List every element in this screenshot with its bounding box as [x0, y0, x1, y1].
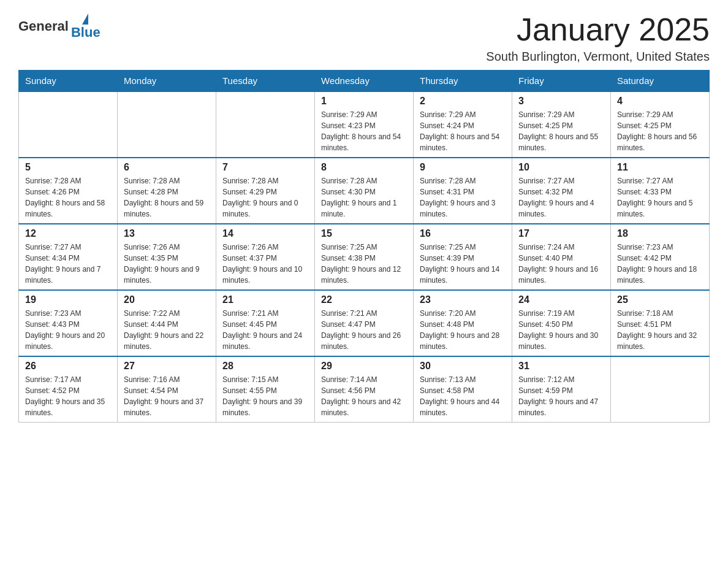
day-info: Sunrise: 7:17 AMSunset: 4:52 PMDaylight:…: [25, 374, 111, 418]
day-cell: 4Sunrise: 7:29 AMSunset: 4:25 PMDaylight…: [611, 91, 710, 158]
day-cell: 8Sunrise: 7:28 AMSunset: 4:30 PMDaylight…: [315, 158, 414, 224]
day-info: Sunrise: 7:28 AMSunset: 4:29 PMDaylight:…: [222, 175, 308, 220]
day-number: 23: [420, 294, 506, 305]
day-info: Sunrise: 7:26 AMSunset: 4:37 PMDaylight:…: [222, 242, 308, 286]
day-cell: [118, 91, 216, 158]
day-cell: 13Sunrise: 7:26 AMSunset: 4:35 PMDayligh…: [118, 224, 216, 290]
day-info: Sunrise: 7:20 AMSunset: 4:48 PMDaylight:…: [420, 308, 506, 352]
day-info: Sunrise: 7:27 AMSunset: 4:32 PMDaylight:…: [518, 175, 604, 220]
day-number: 12: [25, 228, 111, 239]
day-info: Sunrise: 7:18 AMSunset: 4:51 PMDaylight:…: [617, 308, 703, 352]
day-cell: [19, 91, 118, 158]
day-info: Sunrise: 7:29 AMSunset: 4:25 PMDaylight:…: [518, 109, 604, 153]
day-cell: 7Sunrise: 7:28 AMSunset: 4:29 PMDaylight…: [216, 158, 315, 224]
week-row: 19Sunrise: 7:23 AMSunset: 4:43 PMDayligh…: [19, 290, 710, 356]
day-info: Sunrise: 7:28 AMSunset: 4:28 PMDaylight:…: [124, 175, 210, 220]
day-number: 8: [321, 162, 407, 173]
day-cell: 23Sunrise: 7:20 AMSunset: 4:48 PMDayligh…: [414, 290, 512, 356]
day-cell: 22Sunrise: 7:21 AMSunset: 4:47 PMDayligh…: [315, 290, 414, 356]
week-row: 1Sunrise: 7:29 AMSunset: 4:23 PMDaylight…: [19, 91, 710, 158]
header-monday: Monday: [118, 71, 216, 92]
day-cell: 2Sunrise: 7:29 AMSunset: 4:24 PMDaylight…: [414, 91, 512, 158]
day-number: 17: [518, 228, 604, 239]
day-info: Sunrise: 7:28 AMSunset: 4:31 PMDaylight:…: [420, 175, 506, 220]
day-info: Sunrise: 7:23 AMSunset: 4:43 PMDaylight:…: [25, 308, 111, 352]
week-row: 26Sunrise: 7:17 AMSunset: 4:52 PMDayligh…: [19, 356, 710, 423]
month-title: January 2025: [486, 12, 710, 47]
day-number: 13: [124, 228, 210, 239]
day-info: Sunrise: 7:27 AMSunset: 4:34 PMDaylight:…: [25, 242, 111, 286]
day-number: 29: [321, 361, 407, 372]
day-number: 14: [222, 228, 308, 239]
day-info: Sunrise: 7:25 AMSunset: 4:39 PMDaylight:…: [420, 242, 506, 286]
day-number: 22: [321, 294, 407, 305]
day-cell: 6Sunrise: 7:28 AMSunset: 4:28 PMDaylight…: [118, 158, 216, 224]
day-number: 24: [518, 294, 604, 305]
day-info: Sunrise: 7:26 AMSunset: 4:35 PMDaylight:…: [124, 242, 210, 286]
day-number: 9: [420, 162, 506, 173]
page-header: General Blue January 2025 South Burlingt…: [18, 12, 710, 64]
day-number: 3: [518, 96, 604, 107]
calendar-table: SundayMondayTuesdayWednesdayThursdayFrid…: [18, 70, 710, 423]
logo[interactable]: General Blue: [18, 12, 100, 40]
day-info: Sunrise: 7:19 AMSunset: 4:50 PMDaylight:…: [518, 308, 604, 352]
day-number: 21: [222, 294, 308, 305]
day-info: Sunrise: 7:29 AMSunset: 4:24 PMDaylight:…: [420, 109, 506, 153]
header-friday: Friday: [512, 71, 611, 92]
day-info: Sunrise: 7:28 AMSunset: 4:26 PMDaylight:…: [25, 175, 111, 220]
day-info: Sunrise: 7:21 AMSunset: 4:47 PMDaylight:…: [321, 308, 407, 352]
day-cell: 19Sunrise: 7:23 AMSunset: 4:43 PMDayligh…: [19, 290, 118, 356]
day-info: Sunrise: 7:21 AMSunset: 4:45 PMDaylight:…: [222, 308, 308, 352]
day-info: Sunrise: 7:16 AMSunset: 4:54 PMDaylight:…: [124, 374, 210, 418]
day-cell: 17Sunrise: 7:24 AMSunset: 4:40 PMDayligh…: [512, 224, 611, 290]
day-cell: 20Sunrise: 7:22 AMSunset: 4:44 PMDayligh…: [118, 290, 216, 356]
day-cell: 26Sunrise: 7:17 AMSunset: 4:52 PMDayligh…: [19, 356, 118, 423]
day-cell: [216, 91, 315, 158]
logo-blue-text: Blue: [71, 25, 100, 40]
day-number: 15: [321, 228, 407, 239]
day-cell: 10Sunrise: 7:27 AMSunset: 4:32 PMDayligh…: [512, 158, 611, 224]
week-row: 5Sunrise: 7:28 AMSunset: 4:26 PMDaylight…: [19, 158, 710, 224]
header-wednesday: Wednesday: [315, 71, 414, 92]
day-info: Sunrise: 7:15 AMSunset: 4:55 PMDaylight:…: [222, 374, 308, 418]
day-cell: 28Sunrise: 7:15 AMSunset: 4:55 PMDayligh…: [216, 356, 315, 423]
day-info: Sunrise: 7:29 AMSunset: 4:23 PMDaylight:…: [321, 109, 407, 153]
day-info: Sunrise: 7:13 AMSunset: 4:58 PMDaylight:…: [420, 374, 506, 418]
day-info: Sunrise: 7:22 AMSunset: 4:44 PMDaylight:…: [124, 308, 210, 352]
header-thursday: Thursday: [414, 71, 512, 92]
logo-general-text: General: [18, 18, 69, 34]
day-number: 11: [617, 162, 703, 173]
day-number: 26: [25, 361, 111, 372]
day-number: 4: [617, 96, 703, 107]
day-number: 20: [124, 294, 210, 305]
day-info: Sunrise: 7:25 AMSunset: 4:38 PMDaylight:…: [321, 242, 407, 286]
day-cell: 18Sunrise: 7:23 AMSunset: 4:42 PMDayligh…: [611, 224, 710, 290]
day-cell: 9Sunrise: 7:28 AMSunset: 4:31 PMDaylight…: [414, 158, 512, 224]
day-cell: 25Sunrise: 7:18 AMSunset: 4:51 PMDayligh…: [611, 290, 710, 356]
day-cell: 27Sunrise: 7:16 AMSunset: 4:54 PMDayligh…: [118, 356, 216, 423]
day-info: Sunrise: 7:14 AMSunset: 4:56 PMDaylight:…: [321, 374, 407, 418]
day-number: 10: [518, 162, 604, 173]
day-info: Sunrise: 7:24 AMSunset: 4:40 PMDaylight:…: [518, 242, 604, 286]
day-cell: 15Sunrise: 7:25 AMSunset: 4:38 PMDayligh…: [315, 224, 414, 290]
day-cell: 1Sunrise: 7:29 AMSunset: 4:23 PMDaylight…: [315, 91, 414, 158]
day-cell: 21Sunrise: 7:21 AMSunset: 4:45 PMDayligh…: [216, 290, 315, 356]
day-cell: [611, 356, 710, 423]
day-info: Sunrise: 7:12 AMSunset: 4:59 PMDaylight:…: [518, 374, 604, 418]
day-cell: 5Sunrise: 7:28 AMSunset: 4:26 PMDaylight…: [19, 158, 118, 224]
day-info: Sunrise: 7:28 AMSunset: 4:30 PMDaylight:…: [321, 175, 407, 220]
day-number: 30: [420, 361, 506, 372]
day-info: Sunrise: 7:29 AMSunset: 4:25 PMDaylight:…: [617, 109, 703, 153]
day-cell: 29Sunrise: 7:14 AMSunset: 4:56 PMDayligh…: [315, 356, 414, 423]
header-sunday: Sunday: [19, 71, 118, 92]
location-title: South Burlington, Vermont, United States: [486, 50, 710, 64]
day-number: 31: [518, 361, 604, 372]
day-number: 16: [420, 228, 506, 239]
calendar-header-row: SundayMondayTuesdayWednesdayThursdayFrid…: [19, 71, 710, 92]
day-number: 2: [420, 96, 506, 107]
day-number: 6: [124, 162, 210, 173]
day-cell: 11Sunrise: 7:27 AMSunset: 4:33 PMDayligh…: [611, 158, 710, 224]
day-number: 27: [124, 361, 210, 372]
day-number: 25: [617, 294, 703, 305]
day-number: 19: [25, 294, 111, 305]
